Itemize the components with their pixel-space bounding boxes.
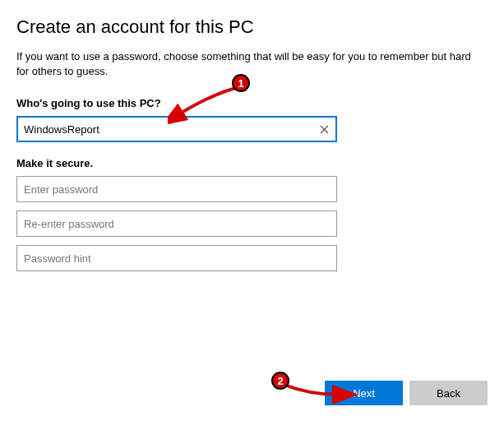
username-input[interactable] xyxy=(16,116,337,142)
password-section-label: Make it secure. xyxy=(16,157,488,169)
description-text: If you want to use a password, choose so… xyxy=(16,49,477,79)
username-input-wrap xyxy=(16,116,337,142)
annotation-badge-2: 2 xyxy=(271,372,289,390)
button-bar: Next Back xyxy=(325,381,488,405)
clear-icon[interactable] xyxy=(314,119,334,139)
password-input[interactable] xyxy=(16,176,337,202)
password-hint-input[interactable] xyxy=(16,245,337,271)
password-section: Make it secure. xyxy=(16,157,488,271)
back-button[interactable]: Back xyxy=(409,381,488,405)
confirm-password-input[interactable] xyxy=(16,210,337,237)
next-button[interactable]: Next xyxy=(325,381,403,405)
username-label: Who's going to use this PC? xyxy=(16,97,488,109)
page-title: Create an account for this PC xyxy=(16,16,488,38)
username-section: Who's going to use this PC? xyxy=(16,97,488,142)
